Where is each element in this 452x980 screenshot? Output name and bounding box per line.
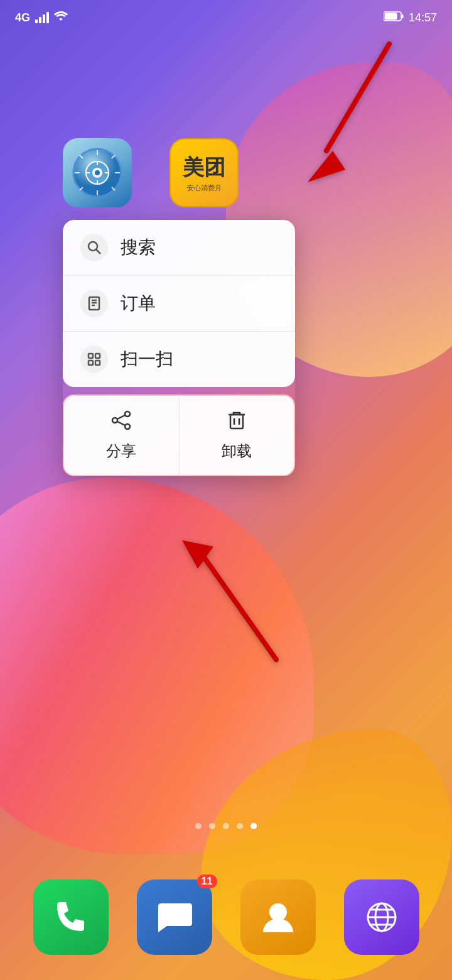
svg-line-35 (117, 422, 125, 425)
network-type: 4G (15, 11, 30, 24)
settings-app-icon[interactable] (63, 138, 132, 207)
menu-bottom-actions: 分享 卸载 (63, 395, 295, 476)
dot-4 (237, 823, 243, 829)
dock-message-icon[interactable]: 11 (137, 879, 212, 955)
battery-icon (384, 11, 404, 24)
scan-icon (80, 346, 108, 373)
dock: 11 (0, 879, 452, 955)
menu-scan-label: 扫一扫 (121, 347, 173, 371)
orders-icon (80, 290, 108, 317)
svg-line-22 (96, 249, 100, 254)
svg-rect-36 (230, 415, 243, 428)
context-menu: 搜索 订单 扫一扫 (63, 220, 295, 476)
dock-contacts-icon[interactable] (240, 879, 316, 955)
svg-point-32 (112, 418, 117, 423)
wifi-icon (54, 11, 68, 25)
uninstall-icon (226, 410, 247, 436)
status-left: 4G (15, 11, 68, 25)
app-row: 美团 安心消费月 (63, 138, 239, 207)
time-display: 14:57 (409, 11, 437, 24)
uninstall-label: 卸载 (222, 441, 252, 461)
meituan-app-inner: 美团 安心消费月 (171, 139, 237, 206)
svg-point-21 (89, 242, 97, 251)
message-badge: 11 (197, 874, 217, 888)
dot-3 (223, 823, 229, 829)
svg-point-33 (125, 424, 130, 429)
dot-1 (195, 823, 202, 829)
svg-rect-27 (89, 354, 93, 358)
svg-point-40 (269, 903, 287, 921)
menu-orders-label: 订单 (121, 291, 156, 315)
search-icon (80, 234, 108, 261)
meituan-app-icon[interactable]: 美团 安心消费月 (170, 138, 239, 207)
meituan-app-wrapper[interactable]: 美团 安心消费月 (170, 138, 239, 207)
dot-5-active (250, 823, 257, 829)
dock-phone-icon[interactable] (33, 879, 109, 955)
page-dots (0, 823, 452, 829)
svg-point-31 (125, 411, 130, 416)
menu-item-scan[interactable]: 扫一扫 (63, 332, 295, 387)
meituan-main-text: 美团 (183, 153, 225, 182)
signal-strength-icon (35, 12, 49, 23)
meituan-subtitle: 安心消费月 (187, 183, 222, 193)
menu-actions-list: 搜索 订单 扫一扫 (63, 220, 295, 387)
dock-browser-icon[interactable] (344, 879, 419, 955)
share-label: 分享 (106, 441, 136, 461)
menu-uninstall-button[interactable]: 卸载 (180, 396, 294, 475)
dot-2 (209, 823, 215, 829)
share-icon (110, 410, 132, 436)
settings-app-wrapper[interactable] (63, 138, 132, 207)
svg-rect-1 (384, 13, 397, 19)
svg-rect-2 (401, 14, 403, 18)
status-right: 14:57 (384, 11, 437, 24)
svg-rect-30 (95, 361, 100, 365)
svg-line-34 (117, 415, 125, 419)
status-bar: 4G 14:57 (0, 0, 452, 35)
svg-rect-29 (89, 361, 93, 365)
menu-share-button[interactable]: 分享 (64, 396, 180, 475)
svg-point-14 (95, 170, 100, 175)
menu-search-label: 搜索 (121, 236, 156, 259)
svg-rect-28 (95, 354, 100, 358)
menu-item-search[interactable]: 搜索 (63, 220, 295, 276)
menu-item-orders[interactable]: 订单 (63, 276, 295, 332)
